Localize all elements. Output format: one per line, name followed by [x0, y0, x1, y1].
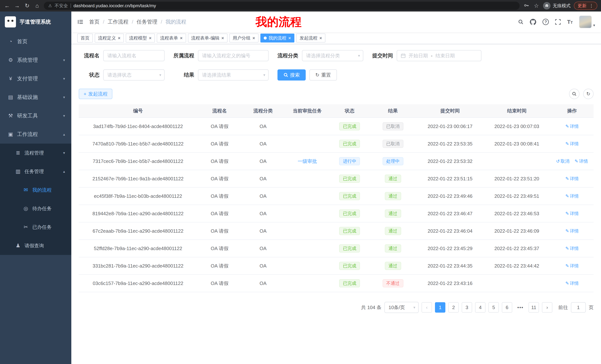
- tab[interactable]: 流程模型 ×: [126, 34, 155, 42]
- status-select[interactable]: 请选择状态 ▾: [103, 69, 165, 80]
- close-icon[interactable]: ×: [221, 36, 224, 40]
- process-category-select[interactable]: 请选择流程分类 ▾: [302, 50, 363, 61]
- tab[interactable]: 用户分组 ×: [229, 34, 259, 42]
- prev-page-button[interactable]: ‹: [421, 302, 432, 313]
- toggle-search-button[interactable]: [569, 89, 580, 99]
- reload-icon[interactable]: ↻: [24, 3, 30, 9]
- forward-icon[interactable]: →: [14, 3, 20, 9]
- github-icon[interactable]: [530, 19, 536, 25]
- next-page-button[interactable]: ›: [542, 302, 552, 313]
- edit-icon: ✎: [565, 281, 569, 286]
- close-icon[interactable]: ×: [118, 36, 120, 40]
- sidebar-item[interactable]: ≣ 流程管理 ▾: [0, 144, 71, 162]
- result-select[interactable]: 请选择流结果 ▾: [198, 69, 269, 80]
- detail-link[interactable]: ✎详情: [565, 193, 579, 199]
- back-icon[interactable]: ←: [4, 3, 10, 9]
- detail-link[interactable]: ✎详情: [565, 246, 579, 251]
- detail-link[interactable]: ✎详情: [565, 124, 579, 129]
- tab[interactable]: 发起流程 ×: [296, 34, 325, 42]
- page-number-button[interactable]: •••: [515, 302, 526, 313]
- tab[interactable]: 流程定义 ×: [95, 34, 124, 42]
- goto-page-input[interactable]: [571, 302, 586, 313]
- password-key-icon[interactable]: [523, 3, 530, 9]
- tab[interactable]: 首页: [77, 34, 93, 42]
- detail-link[interactable]: ✎详情: [575, 159, 588, 164]
- gear-icon: ⚙: [7, 57, 14, 63]
- sidebar-item[interactable]: ⚙ 系统管理 ▾: [0, 51, 71, 69]
- sidebar-item[interactable]: ✉ 我的流程: [0, 181, 71, 199]
- breadcrumb-item[interactable]: 首页: [89, 18, 100, 25]
- tab[interactable]: 流程表单-编辑 ×: [188, 34, 228, 42]
- edit-icon: ✎: [575, 159, 578, 164]
- page-number-button[interactable]: 3: [462, 302, 472, 313]
- app-logo-row[interactable]: 芋道管理系统: [0, 11, 71, 32]
- url-bar[interactable]: ⚠ 不安全 dashboard.yudao.iocoder.cn/bpm/tas…: [44, 2, 520, 10]
- detail-link[interactable]: ✎详情: [565, 263, 579, 268]
- font-size-icon[interactable]: TT: [567, 19, 573, 25]
- cancel-link[interactable]: ↺取消: [556, 159, 570, 164]
- sidebar-fold-icon[interactable]: [77, 19, 84, 25]
- sidebar-item-label: 我的流程: [32, 187, 52, 193]
- breadcrumb-item[interactable]: 我的流程: [158, 18, 186, 25]
- sidebar-item[interactable]: ▥ 任务管理 ▴: [0, 162, 71, 181]
- avatar[interactable]: [579, 16, 592, 28]
- page-content: 流程名 所属流程 流程分类 请选择流程分类 ▾ 提交时间: [71, 44, 601, 364]
- page-number-button[interactable]: 1: [435, 302, 445, 313]
- page-number-button[interactable]: 11: [529, 302, 539, 313]
- detail-link[interactable]: ✎详情: [565, 141, 579, 146]
- create-process-button[interactable]: + 发起流程: [79, 89, 112, 99]
- detail-link[interactable]: ✎详情: [565, 228, 579, 233]
- start-date-input[interactable]: 开始日期: [409, 52, 428, 59]
- task-link[interactable]: 一级审批: [298, 158, 317, 164]
- cell-end-time: [483, 153, 551, 170]
- refresh-table-button[interactable]: ↻: [583, 89, 594, 99]
- user-menu[interactable]: ▾: [579, 16, 595, 28]
- page-number-button[interactable]: 2: [448, 302, 459, 313]
- cell-id: ec45f38f-7b9a-11ec-b03b-acde48001122: [79, 187, 197, 205]
- end-date-input[interactable]: 结束日期: [436, 52, 455, 59]
- chevron-icon: ▴: [63, 132, 65, 136]
- cell-category: OA: [242, 222, 284, 240]
- update-button[interactable]: 更新 ⋮: [574, 2, 597, 10]
- sidebar-item[interactable]: ♟ 请假查询: [0, 236, 71, 255]
- page-size-select[interactable]: 10条/页 ▾: [384, 302, 419, 313]
- browser-menu-icon[interactable]: ⋮: [589, 3, 594, 8]
- tab[interactable]: 我的流程 ×: [260, 34, 294, 42]
- process-def-input[interactable]: [198, 50, 269, 61]
- help-icon[interactable]: ?: [542, 19, 549, 25]
- page-number-button[interactable]: 6: [502, 302, 512, 313]
- tab[interactable]: 流程表单 ×: [157, 34, 186, 42]
- detail-link[interactable]: ✎详情: [565, 281, 579, 286]
- close-icon[interactable]: ×: [180, 36, 182, 40]
- sidebar-item[interactable]: ▣ 工作流程 ▴: [0, 125, 71, 144]
- reset-button[interactable]: ↻ 重置: [310, 69, 337, 80]
- process-def-label: 所属流程: [173, 52, 194, 59]
- page-number-button[interactable]: 4: [475, 302, 485, 313]
- process-category-label: 流程分类: [278, 52, 298, 59]
- fullscreen-icon[interactable]: [555, 19, 561, 25]
- search-icon[interactable]: [518, 19, 523, 25]
- detail-link[interactable]: ✎详情: [565, 176, 579, 181]
- sidebar-item[interactable]: ◔ 首页: [0, 32, 71, 51]
- tabs-bar: 首页 流程定义 × 流程模型 × 流程表单: [71, 32, 601, 44]
- bookmark-star-icon[interactable]: ☆: [533, 3, 540, 9]
- breadcrumb-item[interactable]: 工作流程: [100, 18, 129, 25]
- sidebar-item[interactable]: ▤ 基础设施 ▾: [0, 88, 71, 106]
- close-icon[interactable]: ×: [252, 36, 255, 40]
- close-icon[interactable]: ×: [149, 36, 151, 40]
- home-icon[interactable]: ⌂: [34, 3, 40, 9]
- process-name-input[interactable]: [103, 50, 165, 61]
- close-icon[interactable]: ×: [288, 36, 291, 40]
- sidebar-item-label: 研发工具: [17, 112, 38, 119]
- search-button[interactable]: 搜索: [278, 69, 306, 80]
- sidebar-item[interactable]: ◎ 待办任务: [0, 199, 71, 218]
- sidebar-item[interactable]: ⚒ 研发工具 ▾: [0, 106, 71, 125]
- submit-time-range-picker[interactable]: 开始日期 - 结束日期: [397, 50, 481, 61]
- result-badge: 处理中: [383, 157, 403, 165]
- close-icon[interactable]: ×: [319, 36, 322, 40]
- page-number-button[interactable]: 5: [489, 302, 499, 313]
- breadcrumb-item[interactable]: 任务管理: [129, 18, 158, 25]
- sidebar-item[interactable]: ¥ 支付管理 ▾: [0, 69, 71, 88]
- sidebar-item[interactable]: ✂ 已办任务: [0, 218, 71, 236]
- detail-link[interactable]: ✎详情: [565, 211, 579, 216]
